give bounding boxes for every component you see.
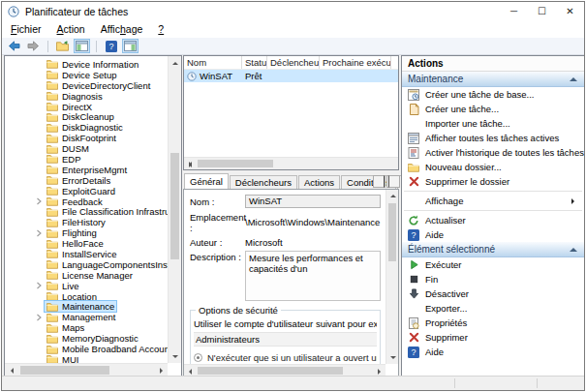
action-proprietes[interactable]: Propriétés: [402, 316, 584, 330]
toolbar-separator: [96, 41, 97, 52]
menu-item-help[interactable]: ?: [150, 22, 171, 37]
submenu-arrow-icon: [571, 198, 577, 204]
name-field[interactable]: WinSAT: [245, 195, 381, 208]
show-console-tree-icon[interactable]: [54, 39, 71, 53]
task-scheduler-clock-icon: [8, 6, 19, 17]
expand-chevron-icon: [35, 229, 44, 237]
action-afficher-toutes-les-taches-actives[interactable]: Afficher toutes les tâches actives: [402, 131, 584, 145]
action-actualiser[interactable]: Actualiser: [402, 213, 584, 227]
name-label: Nom :: [190, 196, 245, 207]
tab-declencheurs[interactable]: Déclencheurs: [230, 175, 297, 189]
delete-icon: [408, 332, 419, 344]
menu-bar: FichierActionAffichage?: [2, 21, 584, 38]
show-action-pane-icon[interactable]: [122, 39, 139, 53]
scroll-right-icon[interactable]: [184, 158, 197, 170]
menu-item-view[interactable]: Affichage: [93, 22, 151, 37]
help-icon: ?: [408, 229, 419, 241]
status-bar: [2, 376, 584, 390]
tab-scroll-left-icon[interactable]: [374, 175, 386, 188]
separator: [404, 210, 582, 211]
action-aide[interactable]: ?Aide: [402, 345, 584, 359]
help-icon[interactable]: ?: [103, 39, 119, 53]
show-console-window-icon[interactable]: [74, 39, 90, 53]
svg-text:?: ?: [411, 230, 416, 240]
forward-icon[interactable]: [25, 39, 42, 53]
action-creer-une-tache-de-base[interactable]: Créer une tâche de base...: [402, 87, 584, 102]
action-desactiver[interactable]: Désactiver: [402, 286, 584, 301]
collapse-arrow-icon[interactable]: [570, 244, 577, 252]
task-scheduler-window: Planificateur de tâches ─ ☐ ✕ FichierAct…: [1, 1, 585, 391]
task-row-winsat[interactable]: WinSAT Prêt: [184, 70, 398, 82]
action-fin[interactable]: Fin: [402, 272, 584, 286]
tree-vertical-scrollbar[interactable]: [168, 56, 181, 363]
back-icon[interactable]: [6, 39, 22, 53]
tab-actions[interactable]: Actions: [298, 175, 340, 189]
tree-item-license-manager[interactable]: License Manager: [5, 270, 168, 281]
status-bar-separator: [454, 378, 455, 388]
folder-tree: Device InformationDevice SetupDeviceDire…: [5, 56, 168, 363]
scroll-down-icon[interactable]: [169, 349, 182, 363]
action-exporter[interactable]: Exporter...: [402, 301, 584, 316]
scroll-up-icon[interactable]: [386, 190, 399, 202]
form-hscroll-thumb[interactable]: [198, 367, 343, 375]
refresh-icon: [408, 215, 419, 226]
maximize-button[interactable]: ☐: [528, 2, 556, 21]
expand-chevron-icon: [35, 282, 44, 289]
general-form: Nom : WinSAT Emplacement : \Microsoft\Wi…: [184, 190, 386, 364]
action-aide[interactable]: ?Aide: [402, 227, 584, 242]
radio-run-logged-on[interactable]: N'exécuter que si un utilisateur a ouver…: [194, 352, 377, 363]
tab-bar: Général Déclencheurs Actions Conditions …: [183, 173, 399, 189]
tree-item-label: MUI: [62, 354, 78, 363]
tree-horizontal-scrollbar[interactable]: [5, 363, 168, 377]
menu-item-action[interactable]: Action: [49, 22, 93, 37]
window-controls: ─ ☐ ✕: [500, 2, 584, 21]
column-header-statut[interactable]: Statut: [242, 56, 267, 69]
form-vscroll-thumb[interactable]: [388, 203, 396, 261]
column-header-declencheurs[interactable]: Déclencheurs: [267, 56, 320, 69]
form-vertical-scrollbar[interactable]: [386, 190, 398, 364]
security-account-text: Utiliser le compte d'utilisateur suivant…: [194, 318, 377, 329]
properties-icon: [408, 317, 419, 329]
action-nouveau-dossier[interactable]: Nouveau dossier...: [402, 160, 584, 174]
radio-selected-icon[interactable]: [194, 353, 202, 362]
menu-item-file[interactable]: Fichier: [3, 22, 49, 37]
action-section-maintenance[interactable]: Maintenance: [402, 72, 584, 87]
tree-item-mobile-broadband-accounts[interactable]: Mobile Broadband Accounts: [5, 344, 168, 354]
column-header-prochaine-execution[interactable]: Prochaine exécution: [320, 56, 391, 69]
close-button[interactable]: ✕: [556, 2, 584, 21]
window-title: Planificateur de tâches: [25, 6, 500, 17]
action-supprimer-le-dossier[interactable]: Supprimer le dossier: [402, 174, 584, 189]
status-bar-separator: [537, 378, 538, 388]
location-value: \Microsoft\Windows\Maintenance: [245, 217, 381, 227]
action-affichage[interactable]: Affichage: [402, 194, 584, 208]
history-icon: [408, 147, 419, 159]
column-header-extra: [391, 56, 398, 69]
task-list-horizontal-scrollbar[interactable]: [184, 157, 398, 169]
scroll-down-icon[interactable]: [386, 351, 399, 364]
tree-vscroll-thumb[interactable]: [170, 153, 179, 259]
scroll-up-icon[interactable]: [169, 56, 182, 70]
tree-item-mui[interactable]: MUI: [5, 354, 168, 363]
expand-chevron-icon: [35, 314, 44, 321]
action-creer-une-tache[interactable]: Créer une tâche...: [402, 102, 584, 116]
task-list-hscroll-thumb[interactable]: [198, 160, 273, 167]
minimize-button[interactable]: ─: [500, 2, 528, 21]
tree-hscroll-thumb[interactable]: [20, 366, 109, 375]
toolbar-separator: [47, 41, 48, 52]
column-header-nom[interactable]: Nom: [184, 56, 242, 69]
action-activer-l-historique-de-toutes-les-taches[interactable]: Activer l'historique de toutes les tâche…: [402, 145, 584, 160]
tree-item-dusm[interactable]: DUSM: [5, 143, 168, 154]
action-supprimer[interactable]: Supprimer: [402, 330, 584, 345]
title-bar: Planificateur de tâches ─ ☐ ✕: [2, 2, 584, 21]
tab-general[interactable]: Général: [184, 173, 229, 189]
action-section-element-selectionne[interactable]: Élément sélectionné: [402, 242, 584, 257]
action-executer[interactable]: Exécuter: [402, 257, 584, 272]
description-label: Description :: [190, 251, 245, 262]
create-task-icon: [408, 104, 419, 115]
description-field[interactable]: Mesure les performances et capacités d'u…: [245, 251, 381, 301]
author-value: Microsoft: [245, 237, 381, 248]
collapse-arrow-icon[interactable]: [570, 74, 577, 81]
account-field: Administrateurs: [194, 332, 377, 347]
tab-scroll-right-icon[interactable]: [386, 175, 398, 188]
action-importer-une-tache[interactable]: Importer une tâche...: [402, 116, 584, 131]
